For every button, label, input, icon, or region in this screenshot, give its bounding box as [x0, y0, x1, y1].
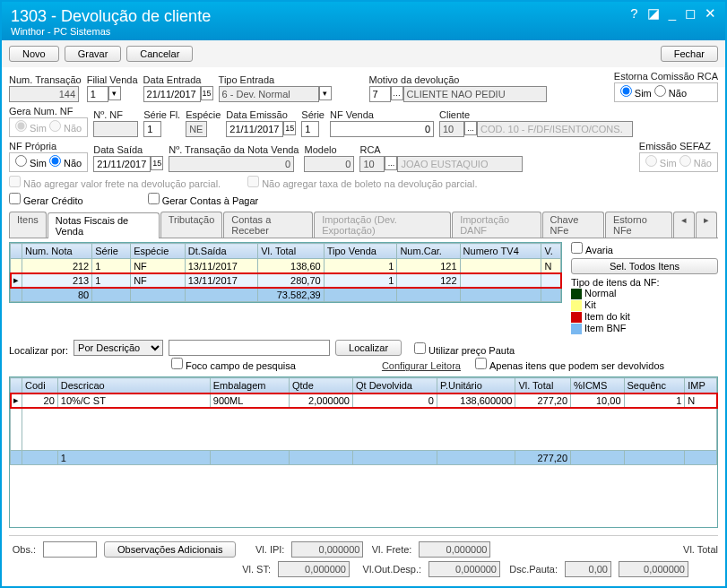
tab-contas[interactable]: Contas a Receber: [223, 212, 313, 238]
filial-input[interactable]: [87, 86, 108, 102]
tab-notas[interactable]: Notas Fiscais de Venda: [48, 212, 160, 238]
calendar-icon[interactable]: 15: [151, 156, 163, 170]
col-tipo[interactable]: Tipo Venda: [324, 244, 397, 259]
lookup-icon[interactable]: ...: [464, 121, 477, 135]
dropdown-icon[interactable]: ▾: [108, 86, 121, 100]
vl-frete: [419, 541, 490, 558]
motivo-desc: [403, 86, 547, 102]
data-emissao-input[interactable]: [226, 121, 283, 137]
gravar-button[interactable]: Gravar: [65, 46, 122, 62]
close-icon[interactable]: ✕: [705, 5, 716, 22]
chk-contas[interactable]: Gerar Contas à Pagar: [148, 193, 259, 206]
estorna-nao[interactable]: Não: [654, 88, 687, 99]
help-icon[interactable]: ?: [630, 5, 637, 22]
label: Data Emissão: [226, 109, 296, 120]
label: Obs.:: [9, 544, 36, 555]
col-serie[interactable]: Série: [92, 244, 131, 259]
dsc-pauta: [565, 561, 611, 577]
tab-chave[interactable]: Chave NFe: [542, 212, 604, 238]
dropdown-icon[interactable]: ▾: [319, 86, 332, 100]
tab-importacao-exp: Importação (Dev. Exportação): [314, 212, 451, 238]
lookup-icon[interactable]: …: [391, 86, 403, 100]
gera-sim: Sim: [15, 123, 47, 134]
chk-pauta[interactable]: Utilizar preço Pauta: [414, 342, 515, 356]
estorna-sim[interactable]: Sim: [620, 88, 652, 99]
tabs: Itens Notas Fiscais de Venda Tributação …: [9, 212, 718, 238]
cliente-cod: [439, 121, 464, 137]
chk-credito[interactable]: Gerar Crédito: [9, 193, 83, 206]
legend-itemkit: Item do kit: [571, 311, 718, 323]
cancelar-button[interactable]: Cancelar: [126, 46, 193, 62]
chk-frete: Não agregar valor frete na devolução par…: [9, 176, 221, 189]
col-dt[interactable]: Dt.Saída: [185, 244, 257, 259]
chk-foco[interactable]: Foco campo de pesquisa: [171, 358, 296, 371]
legend-normal: Normal: [571, 288, 718, 299]
sefaz-sim: Sim: [645, 158, 677, 169]
label: Estorna Comissão RCA: [614, 71, 718, 82]
nf-venda-input[interactable]: [330, 121, 434, 137]
label: Vl. ST:: [229, 564, 271, 575]
vl-ipi: [291, 541, 363, 558]
calendar-icon[interactable]: 15: [201, 86, 213, 100]
table-row-selected[interactable]: ▸2131NF13/11/2017280,701122: [11, 273, 561, 288]
tipo-entrada-input[interactable]: [219, 86, 319, 102]
col-vltotal[interactable]: Vl. Total: [258, 244, 324, 259]
label: Nº. NF: [93, 109, 138, 120]
nfpropria-sim[interactable]: Sim: [15, 158, 47, 169]
cliente-desc: [477, 121, 633, 137]
table-row[interactable]: [11, 408, 717, 451]
label: Cliente: [439, 109, 633, 120]
label: NF Venda: [330, 109, 434, 120]
fechar-button[interactable]: Fechar: [661, 46, 718, 62]
label: Data Entrada: [143, 74, 213, 85]
obs-input[interactable]: [43, 541, 97, 558]
itens-grid[interactable]: Codi Descricao Embalagem Qtde Qt Devolvi…: [10, 377, 717, 465]
num-transacao-input: [9, 86, 79, 102]
vl-total-footer: [619, 561, 688, 577]
maximize-icon[interactable]: ◻: [685, 5, 696, 22]
data-saida-input[interactable]: [93, 156, 151, 172]
label: Vl. Frete:: [370, 544, 411, 555]
edit-icon[interactable]: ◪: [647, 5, 660, 22]
col-num[interactable]: Num. Nota: [22, 244, 92, 259]
gera-nao: Não: [49, 123, 82, 134]
col-especie[interactable]: Espécie: [131, 244, 186, 259]
tab-tributacao[interactable]: Tributação: [160, 212, 223, 238]
config-leitora-link[interactable]: Configurar Leitora: [382, 360, 461, 371]
calendar-icon[interactable]: 15: [283, 121, 296, 135]
rca-cod: [359, 156, 385, 172]
lookup-icon[interactable]: ...: [385, 156, 397, 170]
localizar-por-select[interactable]: Por Descrição: [74, 340, 163, 356]
chk-avaria[interactable]: Avaria: [571, 245, 613, 255]
obs-adic-button[interactable]: Observações Adicionais: [104, 541, 236, 558]
search-input[interactable]: [169, 340, 330, 356]
localizar-button[interactable]: Localizar: [335, 340, 402, 356]
nfpropria-nao[interactable]: Não: [49, 158, 82, 169]
notas-grid[interactable]: Num. Nota Série Espécie Dt.Saída Vl. Tot…: [10, 243, 561, 302]
sel-todos-button[interactable]: Sel. Todos Itens: [571, 258, 718, 274]
sefaz-nao: Não: [679, 158, 712, 169]
legend-bnf: Item BNF: [571, 323, 718, 334]
tab-scroll-right[interactable]: ▸: [696, 212, 717, 238]
col-v[interactable]: V.: [541, 244, 561, 259]
label: Vl.Out.Desp.:: [357, 564, 421, 575]
legend-title: Tipo de itens da NF:: [571, 277, 718, 288]
serie-fl-input[interactable]: [143, 121, 161, 137]
chk-boleto: Não agregar taxa de boleto na devolução …: [247, 176, 477, 189]
minimize-icon[interactable]: _: [669, 5, 676, 22]
novo-button[interactable]: Novo: [9, 46, 59, 62]
tab-scroll-left[interactable]: ◂: [673, 212, 695, 238]
label: Filial Venda: [87, 74, 138, 85]
rca-desc: [397, 156, 523, 172]
tab-estorno[interactable]: Estorno NFe: [605, 212, 672, 238]
tab-itens[interactable]: Itens: [9, 212, 47, 238]
motivo-cod-input[interactable]: [369, 86, 391, 102]
chk-apenas-dev[interactable]: Apenas itens que podem ser devolvidos: [475, 358, 664, 371]
window-subtitle: Winthor - PC Sistemas: [11, 26, 716, 37]
serie-input[interactable]: [301, 121, 319, 137]
table-row[interactable]: 2121NF13/11/2017138,601121N: [11, 259, 561, 273]
col-tv4[interactable]: Numero TV4: [460, 244, 541, 259]
col-car[interactable]: Num.Car.: [397, 244, 460, 259]
data-entrada-input[interactable]: [143, 86, 201, 102]
table-row[interactable]: ▸ 20 10%/C ST 900ML 2,000000 0 138,60000…: [11, 393, 717, 408]
